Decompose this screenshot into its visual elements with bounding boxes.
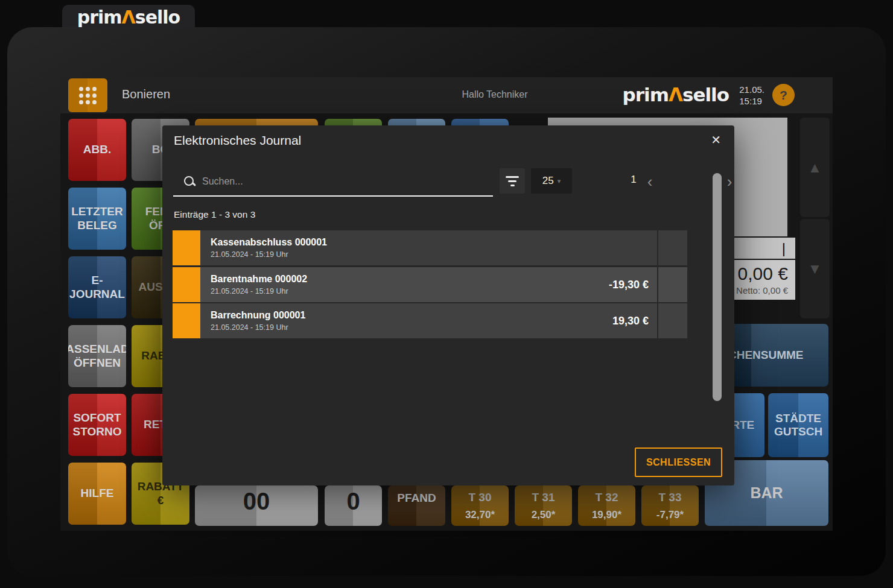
pfand-button[interactable]: PFAND	[388, 485, 445, 526]
arrow-up-icon: ▲	[808, 159, 822, 176]
search-field	[173, 168, 493, 197]
dialog-scrollbar[interactable]	[713, 173, 722, 401]
help-button[interactable]: ?	[772, 84, 795, 106]
dialog-title: Elektronisches Journal	[174, 133, 301, 148]
chevron-right-icon: ›	[727, 172, 733, 191]
table-button-t32[interactable]: T 3219,90*	[578, 485, 635, 526]
entry-action-cell	[658, 230, 687, 265]
entry-color-tag	[173, 267, 200, 302]
close-icon[interactable]: ✕	[711, 133, 721, 147]
date-label: 21.05.	[739, 84, 764, 95]
question-icon: ?	[780, 88, 787, 103]
chevron-left-icon: ‹	[647, 172, 653, 191]
page-number: 1	[624, 174, 643, 186]
entry-action-cell	[658, 303, 687, 338]
journal-row-barentnahme[interactable]: Barentnahme 000002 21.05.2024 - 15:19 Uh…	[173, 267, 687, 302]
window-tab: primΛsello	[62, 5, 195, 29]
table-button-t33[interactable]: T 33-7,79*	[641, 485, 699, 526]
text-cursor: |	[782, 240, 786, 257]
pos-app: primΛsello Bonieren Hallo Techniker prim…	[0, 0, 893, 588]
sidebar-button-e-journal[interactable]: E-JOURNAL	[68, 256, 126, 318]
receipt-scroll-down-button[interactable]: ▼	[800, 219, 830, 318]
header-bar: Bonieren Hallo Techniker primΛsello 21.0…	[60, 77, 833, 113]
pos-screen: Bonieren Hallo Techniker primΛsello 21.0…	[60, 77, 833, 531]
table-button-t31[interactable]: T 312,50*	[515, 485, 572, 526]
entry-color-tag	[173, 303, 200, 338]
primasello-logo-header: primΛsello	[623, 84, 729, 106]
time-label: 15:19	[739, 95, 764, 107]
page-size-select[interactable]: 25 ▾	[531, 168, 572, 194]
sidebar-button-kassenlade-oeffnen[interactable]: KASSENLADE ÖFFNEN	[68, 325, 126, 387]
table-button-t30[interactable]: T 3032,70*	[451, 485, 509, 526]
menu-button[interactable]	[68, 78, 107, 112]
user-greeting: Hallo Techniker	[395, 89, 594, 100]
entry-color-tag	[173, 230, 200, 265]
sidebar-button-hilfe[interactable]: HILFE	[68, 463, 126, 525]
key-0[interactable]: 0	[325, 485, 382, 526]
sidebar-button-sofort-storno[interactable]: SOFORT STORNO	[68, 394, 126, 456]
datetime-display: 21.05. 15:19	[739, 84, 764, 107]
arrow-down-icon: ▼	[808, 261, 822, 277]
staedte-gutschein-button[interactable]: STÄDTE GUTSCH	[768, 393, 828, 457]
journal-row-barrechnung[interactable]: Barrechnung 000001 21.05.2024 - 15:19 Uh…	[173, 303, 687, 338]
search-input[interactable]	[201, 175, 493, 188]
primasello-logo: primΛsello	[77, 7, 180, 28]
receipt-scroll-up-button[interactable]: ▲	[800, 118, 830, 217]
schliessen-button[interactable]: SCHLIESSEN	[635, 447, 722, 477]
chevron-down-icon: ▾	[558, 177, 561, 185]
journal-row-kassenabschluss[interactable]: Kassenabschluss 000001 21.05.2024 - 15:1…	[173, 230, 687, 265]
grid-menu-icon	[79, 87, 97, 104]
search-icon	[183, 175, 195, 188]
entries-count: Einträge 1 - 3 von 3	[174, 209, 255, 220]
entry-action-cell	[658, 267, 687, 302]
key-00[interactable]: 00	[195, 485, 318, 526]
page-title: Bonieren	[122, 87, 170, 101]
filter-button[interactable]	[500, 168, 525, 194]
sidebar-button-abbrechen[interactable]: ABB.	[68, 119, 126, 181]
e-journal-dialog: Elektronisches Journal ✕ 25 ▾ ‹ 1 › Eint…	[162, 125, 734, 485]
sidebar-button-letzter-beleg[interactable]: LETZTER BELEG	[68, 188, 126, 250]
